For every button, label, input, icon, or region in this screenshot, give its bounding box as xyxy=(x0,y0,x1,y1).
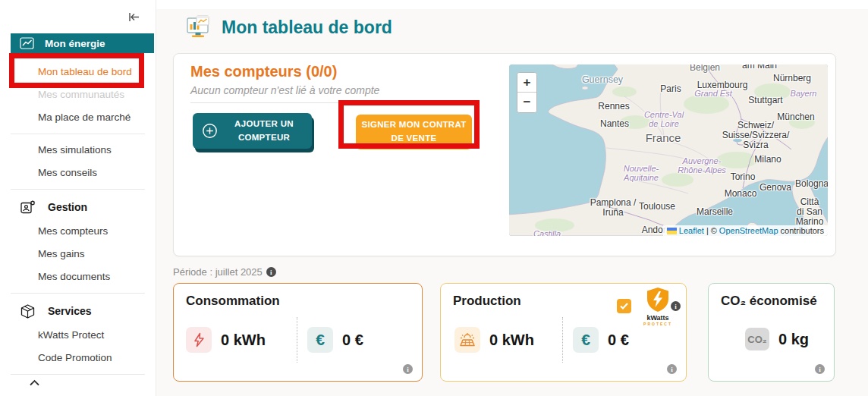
consumption-energy-value: 0 kWh xyxy=(221,332,266,349)
map-label-rennes: Rennes xyxy=(598,102,629,112)
map-label-bayern: Bayern xyxy=(791,89,817,98)
collapse-sidebar-button[interactable] xyxy=(127,11,140,23)
map-label-nurnberg: Nürnberg xyxy=(773,74,811,83)
ukraine-flag-icon xyxy=(667,228,677,234)
production-energy-value: 0 kWh xyxy=(489,332,534,349)
map-label-nantes: Nantes xyxy=(600,119,629,129)
page-header: Mon tableau de bord xyxy=(185,14,392,41)
divider xyxy=(11,189,145,190)
map-label-toulouse: Toulouse xyxy=(639,202,675,212)
sign-contract-button[interactable]: SIGNER MON CONTRAT DE VENTE xyxy=(356,115,472,149)
map-label-am-main: am Main xyxy=(742,64,777,71)
co2-card: CO₂ économisé CO₂ 0 kg xyxy=(708,283,835,382)
section-title: Mon énergie xyxy=(45,38,105,49)
map-label-bologna: Bologna xyxy=(795,179,828,189)
sign-contract-label: SIGNER MON CONTRAT DE VENTE xyxy=(361,120,466,143)
meters-subtitle: Aucun compteur n'est lié à votre compte xyxy=(190,84,379,96)
production-card: Production kWatts PROTECT xyxy=(440,283,687,382)
map-label-milano: Milano xyxy=(754,155,781,165)
euro-icon: € xyxy=(307,327,333,353)
plus-circle-icon xyxy=(202,123,218,139)
co2-value: 0 kg xyxy=(778,331,809,348)
add-meter-button[interactable]: AJOUTER UN COMPTEUR xyxy=(193,113,312,149)
openstreetmap-link[interactable]: OpenStreetMap xyxy=(719,226,778,235)
map-attribution: Leaflet | © OpenStreetMap contributors xyxy=(663,225,828,236)
map-label-monaco: Monaco xyxy=(725,189,757,199)
consumption-card: Consommation 0 kWh € 0 € xyxy=(173,283,423,382)
co2-info-icon[interactable] xyxy=(815,364,825,374)
period-row: Période : juillet 2025 xyxy=(173,266,276,278)
production-money-value: 0 € xyxy=(608,332,629,349)
map-label-nouvelle-aquitaine: Nouvelle- Aquitaine xyxy=(624,164,659,182)
id-badge-gear-icon xyxy=(20,200,36,215)
map-label-genova: Genova xyxy=(760,183,791,193)
package-box-icon xyxy=(20,303,36,319)
collapse-arrow-icon xyxy=(127,11,140,23)
sidebar-item-mes-compteurs[interactable]: Mes compteurs xyxy=(0,220,156,243)
divider xyxy=(11,134,145,134)
map[interactable]: am Main Belgien Guernsey Nürnberg Paris … xyxy=(509,64,828,236)
production-info-icon[interactable] xyxy=(671,301,681,311)
sidebar-section-services: Services xyxy=(0,298,156,324)
map-zoom-control: + − xyxy=(517,72,537,113)
map-label-marseille: Marseille xyxy=(697,207,733,217)
attribution-separator: | xyxy=(706,226,709,235)
chevron-up-icon xyxy=(29,379,40,386)
consumption-money-value: 0 € xyxy=(342,332,363,349)
page-title: Mon tableau de bord xyxy=(222,17,392,38)
kwatts-badge-subtitle: PROTECT xyxy=(640,322,676,327)
map-label-centre-val-de-loire: Centre-Val de Loire xyxy=(644,110,684,128)
solar-panel-icon xyxy=(454,327,480,353)
sidebar-item-mon-tableau-de-bord[interactable]: Mon tableau de bord xyxy=(0,61,156,83)
sidebar-item-code-promotion[interactable]: Code Promotion xyxy=(0,347,156,369)
map-label-citta-di-san-marino: Città di San Marino xyxy=(796,197,824,228)
meters-card: Mes compteurs (0/0) Aucun compteur n'est… xyxy=(173,53,836,256)
sidebar-item-mes-communautes[interactable]: Mes communautés xyxy=(0,83,156,106)
sidebar-item-mes-gains[interactable]: Mes gains xyxy=(0,243,156,266)
period-label: Période : juillet 2025 xyxy=(173,266,263,278)
map-zoom-out-button[interactable]: − xyxy=(517,93,536,112)
sidebar-item-kwatts-protect[interactable]: kWatts Protect xyxy=(0,324,156,347)
sidebar-item-mes-simulations[interactable]: Mes simulations xyxy=(0,139,156,162)
period-info-icon[interactable] xyxy=(266,267,276,277)
co2-title: CO₂ économisé xyxy=(721,294,817,309)
map-label-grand-est: Grand Est xyxy=(694,89,732,98)
divider xyxy=(11,374,145,375)
production-title: Production xyxy=(453,294,521,309)
map-label-castilla: Castilla xyxy=(533,229,561,236)
map-label-belgien: Belgien xyxy=(690,64,720,73)
sidebar: Mon énergie Mon tableau de bord Mes comm… xyxy=(0,0,156,396)
map-label-paris: Paris xyxy=(660,84,681,94)
sidebar-item-ma-place-de-marche[interactable]: Ma place de marché xyxy=(0,106,156,129)
kwatts-badge-name: kWatts xyxy=(640,315,676,322)
checkmark-icon xyxy=(619,302,629,310)
consumption-title: Consommation xyxy=(186,294,280,309)
leaflet-link[interactable]: Leaflet xyxy=(679,226,704,235)
production-checkbox[interactable] xyxy=(617,299,631,313)
map-zoom-in-button[interactable]: + xyxy=(517,73,536,93)
sidebar-item-mes-documents[interactable]: Mes documents xyxy=(0,266,156,288)
screen: Mon énergie Mon tableau de bord Mes comm… xyxy=(0,0,868,396)
top-strip xyxy=(156,0,868,9)
add-meter-label: AJOUTER UN COMPTEUR xyxy=(224,118,304,145)
attribution-contributors: contributors xyxy=(781,226,824,235)
consumption-info-icon[interactable] xyxy=(403,364,413,374)
section-title: Services xyxy=(48,305,92,317)
copyright-symbol: © xyxy=(711,226,717,235)
dashboard-illustration-icon xyxy=(185,14,211,41)
co2-icon: CO₂ xyxy=(745,328,769,350)
sidebar-section-mon-energie: Mon énergie xyxy=(11,33,154,53)
map-label-torino: Torino xyxy=(731,172,756,182)
euro-icon: € xyxy=(573,327,599,353)
sidebar-item-mes-conseils[interactable]: Mes conseils xyxy=(0,162,156,184)
divider xyxy=(297,317,297,363)
map-label-schweiz: Schweiz/ Suisse/Svizzera/ Svizra xyxy=(722,121,790,151)
production-info-icon-bottom[interactable] xyxy=(667,364,677,374)
divider xyxy=(11,293,145,294)
main-content: Mon tableau de bord Mes compteurs (0/0) … xyxy=(156,0,868,396)
scroll-up-button[interactable] xyxy=(29,379,40,386)
map-label-guernsey: Guernsey xyxy=(582,75,623,86)
chart-line-icon xyxy=(20,37,34,49)
map-label-auvergne-rhone-alpes: Auvergne- Rhône-Alpes xyxy=(678,156,726,174)
divider xyxy=(562,317,563,363)
